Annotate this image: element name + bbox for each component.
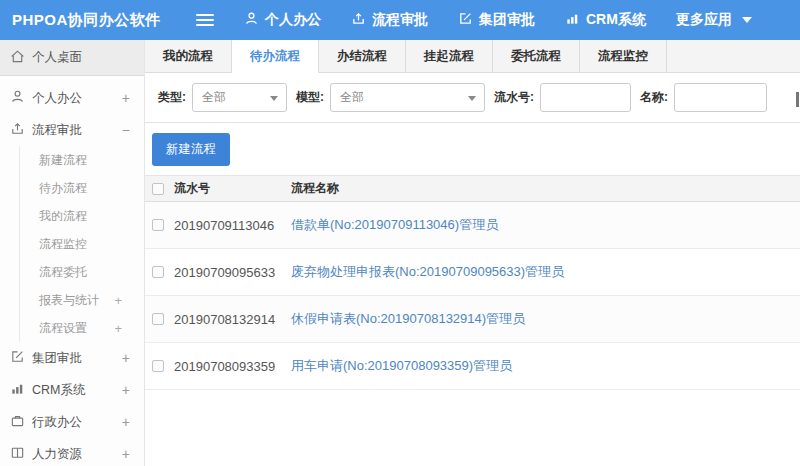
- name-filter-label: 名称:: [640, 89, 668, 106]
- nav-item-process-approval[interactable]: 流程审批: [351, 11, 428, 29]
- sidebar-item-label: 集团审批: [32, 350, 82, 367]
- tab-suspended-process[interactable]: 挂起流程: [406, 40, 493, 73]
- bar-chart-icon: [10, 381, 25, 399]
- row-check-cell: [145, 313, 174, 325]
- sidebar-item-label: 流程审批: [32, 122, 82, 139]
- row-checkbox[interactable]: [152, 219, 164, 231]
- serial-column-header: 流水号: [174, 180, 291, 197]
- nav-label: 更多应用: [676, 11, 732, 29]
- home-icon: [10, 49, 25, 67]
- serial-input[interactable]: [540, 83, 631, 112]
- sidebar-item-human-resources[interactable]: 人力资源 +: [0, 438, 144, 466]
- nav-label: 集团审批: [479, 11, 535, 29]
- serial-cell: 20190708132914: [174, 312, 291, 327]
- sidebar-subitem-label: 新建流程: [39, 152, 87, 169]
- row-checkbox[interactable]: [152, 266, 164, 278]
- sidebar-subitem-process-settings[interactable]: 流程设置 +: [20, 314, 144, 342]
- sidebar-subitem-new-process[interactable]: 新建流程: [20, 146, 144, 174]
- model-select-value: 全部: [340, 90, 364, 104]
- sidebar-subitem-process-delegate[interactable]: 流程委托: [20, 258, 144, 286]
- sidebar-item-personal-desktop[interactable]: 个人桌面: [0, 40, 144, 76]
- sidebar-item-personal-office[interactable]: 个人办公 +: [0, 82, 144, 114]
- name-cell: 借款单(No:20190709113046)管理员: [291, 216, 800, 234]
- upload-icon: [351, 11, 372, 29]
- tab-bar-filler: [667, 40, 800, 73]
- sidebar-item-label: 个人办公: [32, 90, 82, 107]
- sidebar-item-label: 个人桌面: [32, 49, 82, 66]
- expand-plus-icon: +: [114, 293, 122, 308]
- nav-item-crm-system[interactable]: CRM系统: [565, 11, 646, 29]
- row-checkbox[interactable]: [152, 360, 164, 372]
- serial-cell: 20190708093359: [174, 359, 291, 374]
- tab-delegated-process[interactable]: 委托流程: [493, 40, 580, 73]
- table-row: 20190708093359 用车申请(No:20190708093359)管理…: [145, 343, 800, 390]
- row-check-cell: [145, 360, 174, 372]
- expand-plus-icon: +: [122, 382, 130, 398]
- caret-down-icon: [468, 96, 476, 101]
- type-filter-label: 类型:: [158, 89, 186, 106]
- tab-my-process[interactable]: 我的流程: [145, 40, 232, 73]
- sidebar-item-group-approval[interactable]: 集团审批 +: [0, 342, 144, 374]
- table-row: 20190709113046 借款单(No:20190709113046)管理员: [145, 202, 800, 249]
- process-link[interactable]: 借款单(No:20190709113046)管理员: [291, 217, 498, 232]
- sidebar-item-process-approval[interactable]: 流程审批 −: [0, 114, 144, 146]
- sidebar-subitem-label: 流程委托: [39, 264, 87, 281]
- name-input[interactable]: [674, 83, 767, 112]
- select-all-cell: [145, 183, 174, 195]
- table-row: 20190708132914 休假申请表(No:20190708132914)管…: [145, 296, 800, 343]
- top-nav: 个人办公 流程审批 集团审批 CRM系统 更多应用: [244, 11, 782, 29]
- sidebar-item-admin-office[interactable]: 行政办公 +: [0, 406, 144, 438]
- sidebar-subitem-label: 报表与统计: [39, 292, 99, 309]
- row-checkbox[interactable]: [152, 313, 164, 325]
- tab-process-monitor[interactable]: 流程监控: [580, 40, 667, 73]
- app-logo: PHPOA协同办公软件: [0, 11, 196, 30]
- table-row: 20190709095633 废弃物处理申报表(No:2019070909563…: [145, 249, 800, 296]
- sidebar-subitem-process-monitor[interactable]: 流程监控: [20, 230, 144, 258]
- model-select[interactable]: 全部: [330, 83, 485, 112]
- serial-cell: 20190709113046: [174, 218, 291, 233]
- nav-item-personal-office[interactable]: 个人办公: [244, 11, 321, 29]
- caret-down-icon: [742, 17, 752, 23]
- sidebar-subitem-label: 我的流程: [39, 208, 87, 225]
- book-icon: [10, 445, 25, 463]
- row-check-cell: [145, 219, 174, 231]
- toolbar: 新建流程: [145, 123, 800, 175]
- tab-completed-process[interactable]: 办结流程: [319, 40, 406, 73]
- sidebar-subitem-label: 待办流程: [39, 180, 87, 197]
- name-cell: 用车申请(No:20190708093359)管理员: [291, 357, 800, 375]
- collapse-minus-icon: −: [122, 122, 130, 138]
- serial-cell: 20190709095633: [174, 265, 291, 280]
- nav-item-more-apps[interactable]: 更多应用: [676, 11, 752, 29]
- sidebar-subitem-reports-stats[interactable]: 报表与统计 +: [20, 286, 144, 314]
- sidebar-item-label: 行政办公: [32, 414, 82, 431]
- sidebar: 个人桌面 个人办公 + 流程审批 − 新建流程 待办流程 我的流程 流程监控: [0, 40, 145, 466]
- process-link[interactable]: 用车申请(No:20190708093359)管理员: [291, 358, 512, 373]
- briefcase-icon: [10, 413, 25, 431]
- sidebar-subitem-label: 流程监控: [39, 236, 87, 253]
- tab-bar: 我的流程 待办流程 办结流程 挂起流程 委托流程 流程监控: [145, 40, 800, 73]
- sidebar-subitem-pending-process[interactable]: 待办流程: [20, 174, 144, 202]
- table-header-row: 流水号 流程名称: [145, 175, 800, 202]
- sidebar-item-crm-system[interactable]: CRM系统 +: [0, 374, 144, 406]
- nav-label: CRM系统: [586, 11, 646, 29]
- process-approval-submenu: 新建流程 待办流程 我的流程 流程监控 流程委托 报表与统计 + 流程设置 +: [19, 146, 144, 342]
- sidebar-subitem-my-process[interactable]: 我的流程: [20, 202, 144, 230]
- tab-pending-process[interactable]: 待办流程: [232, 40, 319, 73]
- edit-icon: [458, 11, 479, 29]
- new-process-button[interactable]: 新建流程: [152, 133, 230, 166]
- type-select[interactable]: 全部: [192, 83, 287, 112]
- select-all-checkbox[interactable]: [152, 183, 164, 195]
- nav-label: 流程审批: [372, 11, 428, 29]
- process-link[interactable]: 休假申请表(No:20190708132914)管理员: [291, 311, 525, 326]
- expand-plus-icon: +: [122, 350, 130, 366]
- process-link[interactable]: 废弃物处理申报表(No:20190709095633)管理员: [291, 264, 564, 279]
- main-content: 我的流程 待办流程 办结流程 挂起流程 委托流程 流程监控 类型: 全部 模型:…: [145, 40, 800, 466]
- top-header: PHPOA协同办公软件 个人办公 流程审批 集团审批 CRM系统 更多应用: [0, 0, 800, 40]
- sidebar-item-label: 人力资源: [32, 446, 82, 463]
- serial-filter-label: 流水号:: [494, 89, 534, 106]
- nav-item-group-approval[interactable]: 集团审批: [458, 11, 535, 29]
- hamburger-menu-icon[interactable]: [196, 11, 214, 29]
- user-icon: [10, 89, 25, 107]
- expand-plus-icon: +: [122, 446, 130, 462]
- expand-plus-icon: +: [114, 321, 122, 336]
